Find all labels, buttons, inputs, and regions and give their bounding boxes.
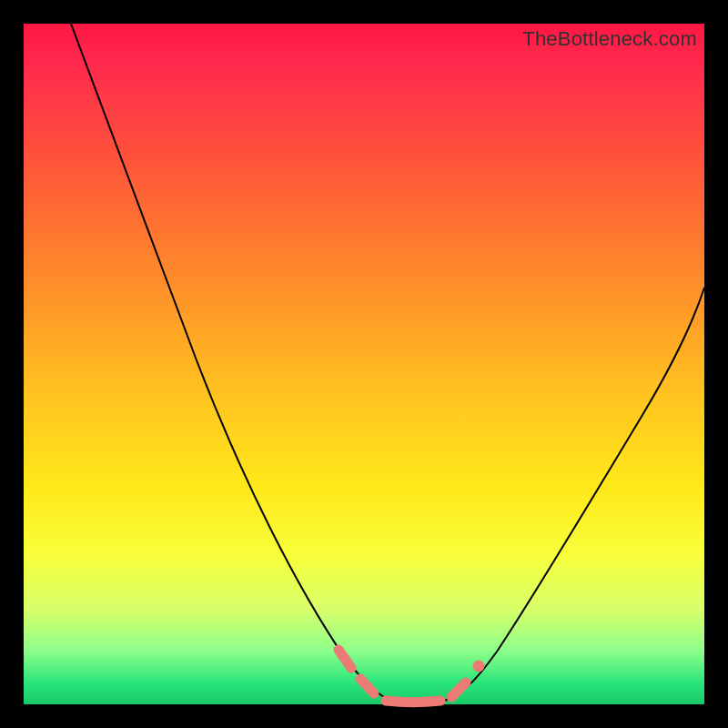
salmon-dot-right — [473, 661, 485, 672]
curve-left-branch — [71, 24, 392, 701]
salmon-segment-left-upper — [339, 650, 351, 668]
chart-curve-svg — [24, 24, 704, 704]
curve-right-branch — [444, 288, 704, 701]
chart-plot-area: TheBottleneck.com — [24, 24, 704, 704]
chart-frame: TheBottleneck.com — [0, 0, 728, 728]
salmon-segment-right — [451, 682, 466, 697]
salmon-segment-left-lower — [360, 679, 374, 693]
salmon-segment-bottom — [386, 701, 440, 703]
